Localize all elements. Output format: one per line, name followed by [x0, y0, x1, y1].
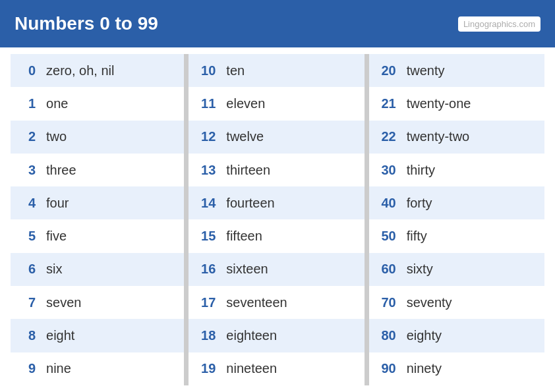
number-digit: 19: [189, 352, 221, 385]
number-word: eighteen: [221, 319, 364, 352]
number-word: fourteen: [221, 186, 364, 219]
number-word: twenty-one: [401, 87, 544, 120]
table-row: 7seven 17seventeen 70seventy: [11, 286, 544, 319]
column-separator: [365, 219, 369, 252]
number-word: three: [41, 154, 184, 186]
column-separator: [365, 87, 369, 120]
page-title: Numbers 0 to 99: [15, 13, 158, 34]
number-digit: 20: [369, 54, 401, 87]
number-digit: 7: [11, 286, 41, 319]
number-word: two: [41, 121, 184, 154]
number-word: twenty-two: [401, 121, 544, 154]
number-digit: 11: [189, 87, 221, 120]
number-digit: 2: [11, 121, 41, 154]
number-word: thirteen: [221, 154, 364, 186]
number-word: eight: [41, 319, 184, 352]
number-digit: 16: [189, 253, 221, 286]
number-digit: 0: [11, 54, 41, 87]
page-wrapper: Numbers 0 to 99 Lingographics.com 0zero,…: [0, 0, 555, 392]
column-separator: [184, 319, 189, 352]
number-word: nine: [41, 352, 184, 385]
table-row: 6six 16sixteen 60sixty: [11, 253, 544, 286]
table-row: 8eight 18eighteen 80eighty: [11, 319, 544, 352]
number-digit: 40: [369, 186, 401, 219]
number-digit: 5: [11, 219, 41, 252]
column-separator: [184, 352, 189, 385]
number-word: nineteen: [221, 352, 364, 385]
table-area: 0zero, oh, nil 10ten 20twenty1one 11elev…: [0, 47, 555, 392]
table-row: 9nine 19nineteen 90ninety: [11, 352, 544, 385]
number-digit: 8: [11, 319, 41, 352]
table-row: 2two 12twelve 22twenty-two: [11, 121, 544, 154]
number-digit: 22: [369, 121, 401, 154]
number-word: seventeen: [221, 286, 364, 319]
table-row: 3three 13thirteen 30thirty: [11, 154, 544, 186]
number-digit: 14: [189, 186, 221, 219]
column-separator: [365, 352, 369, 385]
logo-suffix: .com: [517, 19, 535, 29]
table-row: 5five 15fifteen 50fifty: [11, 219, 544, 252]
number-word: twenty: [401, 54, 544, 87]
number-digit: 70: [369, 286, 401, 319]
number-word: eleven: [221, 87, 364, 120]
table-row: 4four 14fourteen 40forty: [11, 186, 544, 219]
number-digit: 21: [369, 87, 401, 120]
number-word: fifteen: [221, 219, 364, 252]
column-separator: [184, 54, 189, 87]
number-digit: 12: [189, 121, 221, 154]
number-digit: 15: [189, 219, 221, 252]
column-separator: [365, 121, 369, 154]
number-digit: 13: [189, 154, 221, 186]
column-separator: [184, 219, 189, 252]
number-word: seven: [41, 286, 184, 319]
number-word: one: [41, 87, 184, 120]
number-word: sixteen: [221, 253, 364, 286]
number-word: thirty: [401, 154, 544, 186]
column-separator: [184, 121, 189, 154]
number-word: fifty: [401, 219, 544, 252]
column-separator: [365, 319, 369, 352]
number-digit: 6: [11, 253, 41, 286]
number-word: eighty: [401, 319, 544, 352]
number-word: five: [41, 219, 184, 252]
number-digit: 90: [369, 352, 401, 385]
column-separator: [184, 87, 189, 120]
header: Numbers 0 to 99 Lingographics.com: [0, 0, 555, 47]
numbers-table: 0zero, oh, nil 10ten 20twenty1one 11elev…: [11, 54, 544, 385]
number-word: ten: [221, 54, 364, 87]
logo-badge: Lingographics.com: [458, 16, 540, 32]
logo-main: Lingographics: [463, 19, 517, 29]
column-separator: [184, 253, 189, 286]
number-digit: 17: [189, 286, 221, 319]
number-word: six: [41, 253, 184, 286]
number-digit: 18: [189, 319, 221, 352]
number-digit: 10: [189, 54, 221, 87]
column-separator: [365, 186, 369, 219]
number-word: forty: [401, 186, 544, 219]
number-digit: 9: [11, 352, 41, 385]
number-word: four: [41, 186, 184, 219]
number-digit: 50: [369, 219, 401, 252]
column-separator: [365, 253, 369, 286]
column-separator: [365, 154, 369, 186]
number-word: seventy: [401, 286, 544, 319]
number-digit: 60: [369, 253, 401, 286]
table-row: 0zero, oh, nil 10ten 20twenty: [11, 54, 544, 87]
column-separator: [365, 54, 369, 87]
number-word: twelve: [221, 121, 364, 154]
number-digit: 80: [369, 319, 401, 352]
number-digit: 4: [11, 186, 41, 219]
number-digit: 1: [11, 87, 41, 120]
number-digit: 3: [11, 154, 41, 186]
column-separator: [184, 186, 189, 219]
table-row: 1one 11eleven 21twenty-one: [11, 87, 544, 120]
number-word: ninety: [401, 352, 544, 385]
number-digit: 30: [369, 154, 401, 186]
column-separator: [184, 154, 189, 186]
number-word: zero, oh, nil: [41, 54, 184, 87]
column-separator: [184, 286, 189, 319]
number-word: sixty: [401, 253, 544, 286]
column-separator: [365, 286, 369, 319]
